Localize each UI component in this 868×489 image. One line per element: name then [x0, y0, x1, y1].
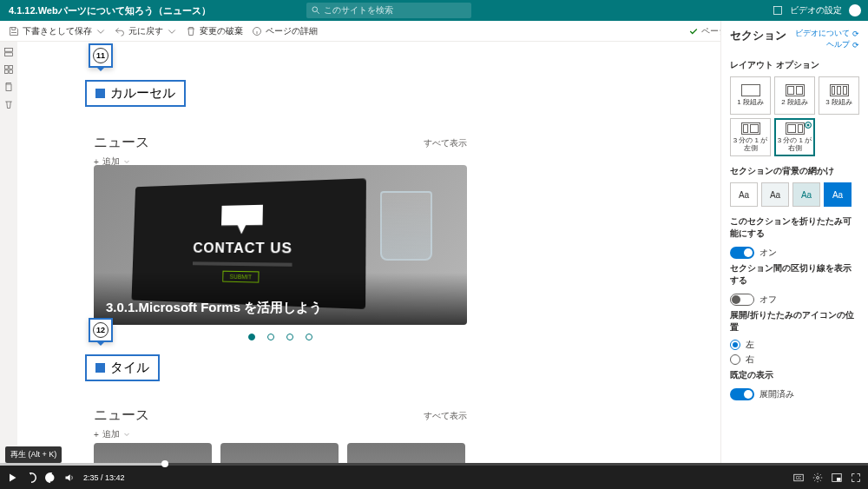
undo-icon: [115, 26, 125, 36]
property-pane: セクション ビデオについて ⟳ ヘルプ ⟳ レイアウト オプション 1 段組み …: [720, 21, 868, 463]
editor-canvas: 11 カルーセル ニュース すべて表示 +追加 CONTACT US SUBMI…: [17, 42, 720, 463]
news-title: ニュース: [94, 406, 149, 425]
page-title: 4.1.12.Webパーツについて知ろう（ニュース）: [0, 4, 211, 17]
news-tile[interactable]: [94, 443, 212, 463]
svg-rect-8: [5, 70, 9, 74]
play-tooltip: 再生 (Alt + K): [5, 446, 62, 463]
settings-icon[interactable]: [812, 472, 823, 483]
help-link[interactable]: ヘルプ ⟳: [795, 39, 859, 50]
svg-rect-5: [5, 53, 13, 56]
pane-title: セクション: [730, 28, 786, 49]
carousel-dot[interactable]: [248, 334, 255, 340]
icon-right-radio[interactable]: [730, 354, 740, 365]
icon-left-radio[interactable]: [730, 340, 740, 350]
layout-third-right[interactable]: 3 分の 1 が右側: [774, 118, 815, 156]
svg-rect-7: [10, 66, 13, 69]
volume-icon[interactable]: [64, 472, 75, 483]
pip-icon[interactable]: [832, 472, 842, 483]
square-icon: [95, 89, 105, 98]
tile-label: タイル: [85, 354, 160, 381]
search-icon: [312, 6, 320, 15]
shade-soft[interactable]: Aa: [792, 182, 820, 207]
carousel-dots: [94, 334, 467, 340]
check-icon: [689, 27, 698, 36]
skip-back-icon[interactable]: [26, 472, 36, 483]
save-icon: [9, 26, 19, 36]
chevron-down-icon: [123, 431, 130, 438]
annotation-11: 11: [89, 43, 113, 68]
svg-rect-4: [5, 49, 13, 52]
layout-heading: レイアウト オプション: [730, 59, 859, 71]
carousel-dot[interactable]: [267, 334, 274, 340]
search-input[interactable]: このサイトを検索: [306, 3, 471, 18]
shade-neutral[interactable]: Aa: [761, 182, 789, 207]
news-title: ニュース: [94, 134, 149, 152]
skip-fwd-icon[interactable]: [45, 472, 56, 483]
shading-heading: セクションの背景の網かけ: [730, 165, 859, 177]
shade-strong[interactable]: Aa: [824, 182, 852, 207]
cc-icon[interactable]: CC: [793, 472, 804, 483]
see-all-link[interactable]: すべて表示: [424, 137, 467, 149]
carousel-dot[interactable]: [306, 334, 312, 340]
about-video-link[interactable]: ビデオについて ⟳: [795, 28, 859, 39]
add-section-icon[interactable]: [3, 47, 14, 57]
shade-none[interactable]: Aa: [730, 182, 758, 207]
avatar[interactable]: [849, 4, 861, 17]
news-carousel[interactable]: CONTACT US SUBMIT 3.0.1.Microsoft Forms …: [94, 165, 467, 325]
discard-button[interactable]: 変更の破棄: [186, 25, 243, 37]
chevron-down-icon: [167, 26, 177, 36]
layout-two-column[interactable]: 2 段組み: [774, 76, 815, 115]
delete-icon[interactable]: [3, 99, 14, 109]
carousel-caption: 3.0.1.Microsoft Forms を活用しよう: [106, 300, 322, 316]
left-rail: [0, 42, 17, 109]
video-settings-link[interactable]: ビデオの設定: [790, 4, 842, 17]
chevron-down-icon: [123, 158, 130, 165]
layout-third-left[interactable]: 3 分の 1 が左側: [730, 118, 771, 156]
svg-rect-15: [837, 478, 841, 481]
time-display: 2:35 / 13:42: [83, 473, 125, 482]
seek-bar[interactable]: [0, 463, 868, 466]
details-icon: [252, 26, 262, 36]
news-webpart-carousel[interactable]: ニュース すべて表示 +追加: [94, 134, 467, 168]
svg-point-13: [817, 476, 819, 479]
svg-rect-2: [774, 7, 782, 15]
carousel-label: カルーセル: [85, 80, 186, 107]
chevron-down-icon: [95, 26, 106, 36]
default-display-toggle[interactable]: [730, 388, 754, 400]
svg-rect-9: [10, 70, 13, 74]
news-tile[interactable]: 1.3.4.チャットのメンバーと通話しよ: [220, 443, 339, 463]
undo-button[interactable]: 元に戻す: [115, 25, 177, 37]
see-all-link[interactable]: すべて表示: [424, 410, 467, 422]
video-controls: 2:35 / 13:42 CC: [0, 463, 868, 489]
svg-line-1: [317, 11, 319, 14]
grid-icon[interactable]: [3, 64, 14, 75]
expand-icon[interactable]: [773, 5, 783, 16]
add-news-button[interactable]: +追加: [94, 428, 467, 440]
divider-toggle[interactable]: [730, 294, 754, 306]
news-tile[interactable]: [347, 443, 465, 463]
copy-icon[interactable]: [3, 82, 14, 92]
save-draft-button[interactable]: 下書きとして保存: [9, 25, 106, 37]
carousel-dot[interactable]: [286, 334, 293, 340]
square-icon: [95, 363, 105, 373]
collapsible-toggle[interactable]: [730, 247, 754, 259]
layout-one-column[interactable]: 1 段組み: [730, 76, 771, 115]
news-webpart-tiles[interactable]: ニュース すべて表示 +追加: [94, 406, 467, 440]
envelope-icon: [221, 204, 263, 234]
news-tiles: 1.3.4.チャットのメンバーと通話しよ: [94, 443, 467, 463]
page-details-button[interactable]: ページの詳細: [252, 25, 318, 37]
trash-icon: [186, 26, 196, 36]
app-title-bar: 4.1.12.Webパーツについて知ろう（ニュース） このサイトを検索 ビデオの…: [0, 0, 868, 21]
layout-three-column[interactable]: 3 段組み: [819, 76, 859, 115]
svg-text:CC: CC: [796, 476, 802, 480]
svg-point-0: [312, 7, 318, 12]
annotation-12: 12: [89, 318, 113, 342]
play-icon[interactable]: [7, 472, 17, 483]
svg-rect-6: [5, 66, 9, 69]
fullscreen-icon[interactable]: [851, 472, 861, 483]
svg-rect-10: [6, 84, 11, 91]
